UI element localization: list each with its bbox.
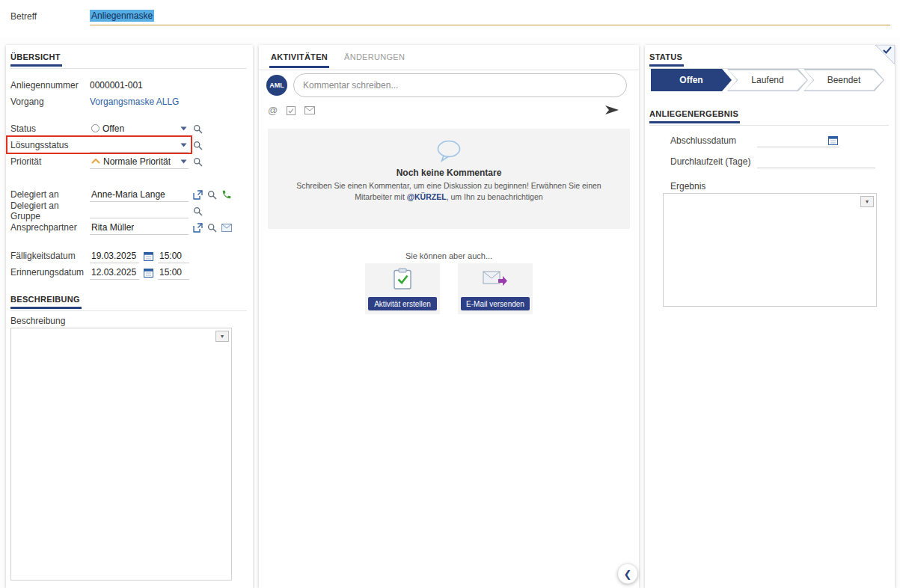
clipboard-check-icon xyxy=(393,268,412,290)
priority-normal-icon xyxy=(91,159,100,164)
search-icon[interactable] xyxy=(207,223,217,233)
description-label: Beschreibung xyxy=(10,316,65,326)
status-select-field[interactable]: Offen xyxy=(90,122,189,136)
field-row-loesungsstatus: Lösungsstatus xyxy=(10,138,203,153)
result-title: ANLIEGENERGEBNIS xyxy=(649,108,740,123)
mail-icon[interactable] xyxy=(221,224,232,232)
status-title: STATUS xyxy=(649,51,684,67)
loesungsstatus-label: Lösungsstatus xyxy=(10,140,90,150)
step-laufend[interactable]: Laufend xyxy=(727,69,808,91)
abschlussdatum-input[interactable] xyxy=(757,133,839,147)
chevron-down-icon[interactable] xyxy=(180,126,187,131)
description-textarea[interactable]: ▾ xyxy=(10,328,232,581)
ansprechpartner-value: Rita Müller xyxy=(91,222,134,233)
ergebnis-dropdown-button[interactable]: ▾ xyxy=(860,196,874,207)
prioritaet-select-field[interactable]: Normale Priorität xyxy=(90,155,189,169)
status-stepper: Offen Laufend Beendet xyxy=(651,69,884,91)
ergebnis-label: Ergebnis xyxy=(670,181,705,192)
delegiert-gruppe-input[interactable] xyxy=(90,204,189,218)
open-record-icon[interactable] xyxy=(193,190,203,200)
search-icon[interactable] xyxy=(207,190,217,200)
field-row-delegiert-gruppe: Delegiert an Gruppe xyxy=(10,203,203,218)
comment-input[interactable] xyxy=(303,80,617,91)
task-icon[interactable] xyxy=(287,106,296,115)
step-offen[interactable]: Offen xyxy=(651,69,732,91)
speech-bubble-icon xyxy=(435,139,462,163)
vorgang-label: Vorgang xyxy=(10,97,90,107)
faelligkeitsdatum-label: Fälligkeitsdatum xyxy=(10,251,90,261)
search-icon[interactable] xyxy=(193,157,203,167)
field-row-durchlaufzeit: Durchlaufzeit (Tage) xyxy=(670,154,875,168)
collapse-panel-button[interactable]: ❮ xyxy=(618,564,637,584)
field-row-anliegennummer: Anliegennummer 0000001-001 xyxy=(10,78,143,93)
ergebnis-textarea[interactable]: ▾ xyxy=(663,193,877,307)
activities-tabbar: AKTIVITÄTEN ÄNDERUNGEN xyxy=(259,49,639,70)
tab-aktivitaeten[interactable]: AKTIVITÄTEN xyxy=(269,49,329,68)
abschlussdatum-label: Abschlussdatum xyxy=(670,135,757,146)
phone-icon[interactable] xyxy=(221,189,232,200)
open-record-icon[interactable] xyxy=(193,223,203,233)
step-beendet-label: Beendet xyxy=(803,69,884,91)
erinnerungsdatum-time-input[interactable]: 15:00 xyxy=(158,266,189,280)
search-icon[interactable] xyxy=(193,141,203,150)
erinnerungsdatum-date: 12.03.2025 xyxy=(91,267,136,278)
empty-comments-description: Schreiben Sie einen Kommentar, um eine D… xyxy=(280,180,618,203)
empty-desc-after: , um Ihn zu benachrichtigen xyxy=(447,192,543,201)
empty-comments-title: Noch keine Kommentare xyxy=(397,168,502,178)
faelligkeitsdatum-time-input[interactable]: 15:00 xyxy=(158,249,189,263)
ansprechpartner-label: Ansprechpartner xyxy=(10,222,90,233)
step-beendet[interactable]: Beendet xyxy=(803,69,884,91)
suggestion-text: Sie können aber auch... xyxy=(259,251,639,260)
mail-icon[interactable] xyxy=(304,106,315,114)
create-activity-card: Aktivität erstellen xyxy=(365,263,440,314)
send-email-button[interactable]: E-Mail versenden xyxy=(461,297,530,310)
field-row-ansprechpartner: Ansprechpartner Rita Müller xyxy=(10,220,232,235)
send-comment-icon[interactable] xyxy=(604,105,619,115)
status-panel: STATUS Offen Laufend Beendet ANLIEGENERG… xyxy=(645,45,895,588)
subject-value: Anliegenmaske xyxy=(90,10,154,22)
faelligkeitsdatum-date-input[interactable]: 19.03.2025 xyxy=(90,249,139,263)
status-header: STATUS xyxy=(649,49,872,69)
vorgang-link[interactable]: Vorgangsmaske ALLG xyxy=(90,97,179,107)
prioritaet-value: Normale Priorität xyxy=(103,156,171,167)
ansprechpartner-input[interactable]: Rita Müller xyxy=(90,221,189,235)
calendar-icon[interactable] xyxy=(144,251,153,261)
calendar-icon[interactable] xyxy=(828,135,838,145)
description-header: BESCHREIBUNG xyxy=(10,292,247,311)
durchlaufzeit-label: Durchlaufzeit (Tage) xyxy=(670,156,757,167)
field-row-erinnerungsdatum: Erinnerungsdatum 12.03.2025 15:00 xyxy=(10,265,189,280)
search-icon[interactable] xyxy=(193,124,203,134)
description-dropdown-button[interactable]: ▾ xyxy=(215,331,229,342)
delegiert-an-input[interactable]: Anne-Maria Lange xyxy=(90,188,189,202)
create-activity-button[interactable]: Aktivität erstellen xyxy=(368,297,437,310)
chevron-down-icon[interactable] xyxy=(180,143,187,147)
result-header: ANLIEGENERGEBNIS xyxy=(649,106,889,126)
calendar-icon[interactable] xyxy=(144,268,153,278)
field-row-abschlussdatum: Abschlussdatum xyxy=(670,133,839,147)
erinnerungsdatum-label: Erinnerungsdatum xyxy=(10,267,90,278)
erinnerungsdatum-date-input[interactable]: 12.03.2025 xyxy=(90,266,139,280)
faelligkeitsdatum-time: 15:00 xyxy=(159,251,182,261)
overview-panel: ÜBERSICHT Anliegennummer 0000001-001 Vor… xyxy=(6,45,253,588)
description-title: BESCHREIBUNG xyxy=(10,293,82,309)
send-email-card: E-Mail versenden xyxy=(458,263,533,314)
subject-input[interactable]: Anliegenmaske xyxy=(90,6,890,25)
chevron-down-icon[interactable] xyxy=(180,159,187,164)
anliegennummer-value: 0000001-001 xyxy=(90,80,143,91)
loesungsstatus-select-field[interactable] xyxy=(90,138,189,153)
step-laufend-label: Laufend xyxy=(727,69,808,91)
prioritaet-label: Priorität xyxy=(10,156,90,167)
field-row-delegiert-an: Delegiert an Anne-Maria Lange xyxy=(10,187,232,202)
mention-icon[interactable]: @ xyxy=(268,105,278,116)
search-icon[interactable] xyxy=(193,206,203,216)
email-send-icon xyxy=(483,268,508,289)
erinnerungsdatum-time: 15:00 xyxy=(159,267,182,278)
delegiert-an-value: Anne-Maria Lange xyxy=(91,189,165,200)
status-state-icon xyxy=(91,124,100,132)
subject-label: Betreff xyxy=(10,11,37,22)
composer-toolbar: @ xyxy=(268,105,315,116)
durchlaufzeit-input[interactable] xyxy=(757,154,875,168)
anliegennummer-label: Anliegennummer xyxy=(10,80,90,91)
tab-aenderungen[interactable]: ÄNDERUNGEN xyxy=(343,49,406,66)
expand-corner-control[interactable] xyxy=(874,45,895,66)
